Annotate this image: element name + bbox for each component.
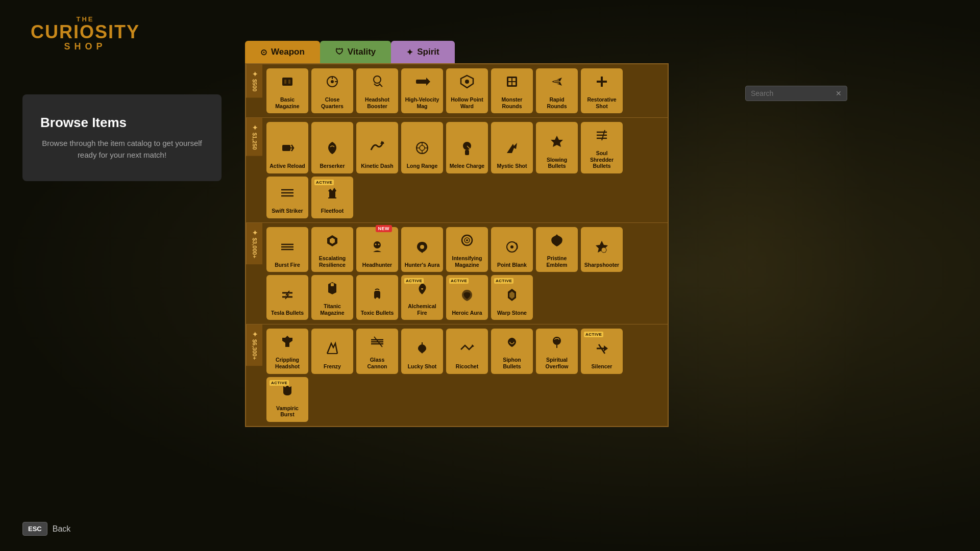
- item-card[interactable]: Slowing Bullets: [536, 122, 578, 173]
- item-icon: [368, 139, 386, 161]
- item-name: Crippling Headshot: [270, 357, 305, 369]
- item-icon: [503, 333, 521, 355]
- item-icon: [413, 139, 431, 161]
- item-card[interactable]: Sharpshooter: [581, 227, 623, 272]
- item-name: Active Reload: [270, 163, 305, 169]
- item-name: Hunter's Aura: [405, 262, 440, 268]
- item-name: Fleetfoot: [321, 208, 344, 214]
- items-row-2: Burst FireEscalating ResilienceNEWHeadhu…: [262, 223, 668, 324]
- item-card[interactable]: Mystic Shot: [491, 122, 533, 173]
- spirit-tab-icon: ✦: [406, 47, 413, 57]
- items-area: ✦$500Basic MagazineClose QuartersHeadsho…: [245, 63, 669, 427]
- item-card[interactable]: Burst Fire: [266, 227, 308, 272]
- item-icon: [503, 238, 521, 260]
- tab-spirit-label: Spirit: [417, 47, 439, 57]
- tab-spirit[interactable]: ✦ Spirit: [391, 41, 454, 63]
- item-card[interactable]: Headshot Booster: [356, 68, 398, 113]
- info-description: Browse through the item catalog to get y…: [40, 138, 204, 161]
- item-icon: [368, 238, 386, 260]
- item-card[interactable]: Tesla Bullets: [266, 275, 308, 320]
- svg-marker-69: [471, 344, 474, 347]
- item-card[interactable]: ACTIVESilencer: [581, 329, 623, 373]
- price-section-3: ✦$6,300+Crippling HeadshotFrenzyGlass Ca…: [246, 324, 668, 425]
- item-name: Mystic Shot: [497, 163, 527, 169]
- info-panel: Browse Items Browse through the item cat…: [22, 94, 222, 181]
- svg-rect-0: [282, 78, 292, 86]
- item-card[interactable]: Long Range: [401, 122, 443, 173]
- item-card[interactable]: ACTIVEFleetfoot: [311, 177, 353, 218]
- item-card[interactable]: Active Reload: [266, 122, 308, 173]
- item-card[interactable]: Monster Rounds: [491, 68, 533, 113]
- item-name: Basic Magazine: [270, 96, 305, 109]
- item-card[interactable]: Melee Charge: [446, 122, 488, 173]
- item-icon: [323, 72, 341, 94]
- item-name: Titanic Magazine: [314, 303, 350, 316]
- item-card[interactable]: Close Quarters: [311, 68, 353, 113]
- item-icon: [323, 184, 341, 206]
- item-name: Lucky Shot: [408, 363, 437, 370]
- logo-curiosity: CURIOSITY: [31, 23, 140, 41]
- item-card[interactable]: Frenzy: [311, 329, 353, 373]
- active-badge: ACTIVE: [584, 332, 603, 337]
- price-label-0: ✦$500: [246, 64, 262, 97]
- info-heading: Browse Items: [40, 115, 204, 131]
- item-icon: [458, 339, 476, 361]
- item-card[interactable]: Spiritual Overflow: [536, 329, 578, 373]
- item-card[interactable]: Hollow Point Ward: [446, 68, 488, 113]
- svg-rect-13: [508, 78, 511, 81]
- item-card[interactable]: Siphon Bullets: [491, 329, 533, 373]
- price-label-2: ✦$3,000+: [246, 223, 262, 264]
- item-card[interactable]: Lucky Shot: [401, 329, 443, 373]
- svg-marker-10: [426, 78, 430, 86]
- item-card[interactable]: Glass Cannon: [356, 329, 398, 373]
- item-icon: [413, 339, 431, 361]
- item-icon: [368, 286, 386, 308]
- item-icon: [548, 333, 566, 355]
- item-card[interactable]: Kinetic Dash: [356, 122, 398, 173]
- item-card[interactable]: Toxic Bullets: [356, 275, 398, 320]
- item-icon: [323, 339, 341, 361]
- item-icon: [593, 72, 611, 94]
- item-card[interactable]: Point Blank: [491, 227, 533, 272]
- items-row-3: Crippling HeadshotFrenzyGlass CannonLuck…: [262, 324, 668, 425]
- item-card[interactable]: High-Velocity Mag: [401, 68, 443, 113]
- tab-vitality[interactable]: 🛡 Vitality: [320, 41, 391, 63]
- item-card[interactable]: ACTIVEAlchemical Fire: [401, 275, 443, 320]
- search-input[interactable]: [751, 89, 832, 97]
- item-card[interactable]: ACTIVEVampiric Burst: [266, 377, 308, 422]
- item-card[interactable]: ACTIVEWarp Stone: [491, 275, 533, 320]
- item-name: Burst Fire: [275, 262, 300, 268]
- item-icon: [278, 184, 297, 206]
- item-card[interactable]: Hunter's Aura: [401, 227, 443, 272]
- item-name: Headhunter: [362, 262, 392, 268]
- item-card[interactable]: Restorative Shot: [581, 68, 623, 113]
- item-card[interactable]: Intensifying Magazine: [446, 227, 488, 272]
- item-icon: [458, 72, 476, 94]
- item-card[interactable]: Berserker: [311, 122, 353, 173]
- item-card[interactable]: Rapid Rounds: [536, 68, 578, 113]
- item-icon: [548, 133, 566, 155]
- item-card[interactable]: Titanic Magazine: [311, 275, 353, 320]
- item-icon: [593, 339, 611, 361]
- search-close-icon[interactable]: ✕: [836, 89, 842, 97]
- item-name: Restorative Shot: [584, 96, 620, 109]
- item-name: Escalating Resilience: [314, 255, 350, 268]
- item-card[interactable]: Pristine Emblem: [536, 227, 578, 272]
- item-icon: [458, 139, 476, 161]
- item-card[interactable]: Basic Magazine: [266, 68, 308, 113]
- item-icon: [368, 72, 386, 94]
- item-card[interactable]: Soul Shredder Bullets: [581, 122, 623, 173]
- tab-weapon[interactable]: ⊙ Weapon: [245, 41, 320, 63]
- item-card[interactable]: Crippling Headshot: [266, 329, 308, 373]
- item-card[interactable]: Escalating Resilience: [311, 227, 353, 272]
- active-badge: ACTIVE: [314, 180, 334, 185]
- item-name: High-Velocity Mag: [404, 96, 440, 109]
- active-badge: ACTIVE: [404, 278, 424, 284]
- item-card[interactable]: Ricochet: [446, 329, 488, 373]
- item-card[interactable]: Swift Striker: [266, 177, 308, 218]
- active-badge: ACTIVE: [270, 380, 289, 386]
- item-name: Tesla Bullets: [271, 310, 304, 316]
- item-card[interactable]: ACTIVEHeroic Aura: [446, 275, 488, 320]
- item-card[interactable]: NEWHeadhunter: [356, 227, 398, 272]
- weapon-tab-icon: ⊙: [260, 47, 267, 57]
